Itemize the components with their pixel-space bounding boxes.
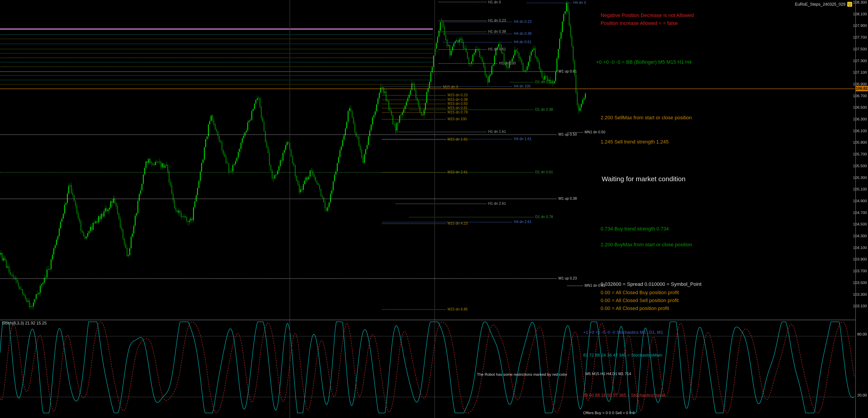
level-line	[438, 63, 497, 64]
level-line	[438, 2, 487, 2]
level-label: M15 dn 0.50	[447, 101, 468, 106]
level-label: M15 dn 1.61	[447, 137, 468, 142]
price-axis-label: 105.100	[853, 187, 867, 192]
level-line	[567, 132, 583, 133]
level-line	[0, 80, 433, 80]
level-label: M15 dn 4.23	[447, 221, 468, 226]
level-label: W1 up 0.61	[558, 69, 577, 74]
price-axis-label: 105.500	[853, 164, 867, 168]
sellmax-status: 2.200 SellMax from start or close positi…	[600, 115, 692, 121]
candlestick-chart-canvas[interactable]	[0, 0, 868, 418]
expert-advisor-header: EuRoE_Steps_240325_029 ☺	[795, 2, 852, 7]
stochastic-indicator-label: Stoch(8,3,3) 21.92 15.25	[2, 321, 46, 326]
stochastics-main-values: 83 72 88 24 36 47 349 = StochasticsMain	[583, 353, 662, 358]
level-line	[0, 134, 557, 135]
price-axis-label: 103.900	[853, 257, 867, 262]
level-line	[382, 172, 446, 172]
level-line	[0, 62, 433, 62]
level-line	[0, 89, 855, 89]
level-line	[396, 132, 487, 132]
level-label: H1 dn 1.61	[488, 129, 506, 134]
level-label: H4 dn 0.61	[514, 40, 531, 44]
level-line	[443, 34, 512, 34]
level-line	[382, 112, 446, 113]
level-line	[382, 119, 446, 120]
price-axis-label: 108.100	[853, 12, 867, 17]
bollinger-status: +0 +0 -0 -0 = BB (Bollinger) M5 M15 H1 H…	[596, 59, 691, 65]
indicator-panel-divider[interactable]	[0, 320, 868, 320]
period-separator	[434, 0, 435, 418]
buy-strength-status: 0.734 Buy trend strength 0.734	[600, 226, 669, 232]
price-axis-label: 106.300	[853, 117, 867, 122]
closed-buy-profit: 0.00 = All Closed Buy position profit	[600, 290, 679, 295]
level-line	[443, 22, 512, 22]
sell-strength-status: 1.245 Sell trend strength 1.245	[600, 139, 669, 145]
level-label: H1 dn 0.23	[488, 18, 506, 23]
level-label: H1 dn 0	[488, 0, 501, 4]
level-label: H1 dn 2.61	[488, 201, 506, 206]
level-line	[438, 49, 487, 50]
level-label: M15 dn 100	[447, 117, 467, 121]
price-axis-label: 107.300	[853, 59, 867, 63]
stochastics-summary: +1 +0 +1 -0 -0 -0 Stochastics M5...D1, M…	[583, 330, 663, 335]
price-axis-label: 104.100	[853, 246, 867, 250]
price-axis-label: 103.300	[853, 292, 867, 297]
level-line	[0, 43, 433, 44]
level-line	[567, 286, 583, 286]
stoch-lower-level-label: 20.00	[857, 393, 867, 398]
price-axis-label: 104.900	[853, 199, 867, 203]
level-label: H4 dn 2.61	[514, 220, 531, 224]
level-line	[443, 42, 512, 42]
price-axis[interactable]: 80.00 20.00 108.300108.100107.900107.700…	[855, 0, 868, 418]
level-line	[527, 3, 571, 3]
price-axis-label: 103.100	[853, 304, 867, 309]
level-label: H4 dn 0.38	[514, 31, 531, 36]
level-label: W1 up 0.23	[558, 276, 577, 281]
level-label: M15 dn 0.78	[447, 110, 468, 115]
price-axis-label: 107.700	[853, 35, 867, 40]
price-axis-label: 105.900	[853, 140, 867, 145]
level-label: D1 dn 0.61	[535, 170, 553, 174]
price-axis-label: 106.700	[853, 94, 867, 98]
level-label: W1 up 0.50	[558, 132, 577, 137]
ea-smiley-icon[interactable]: ☺	[847, 2, 852, 7]
level-line	[0, 397, 855, 397]
price-axis-label: 105.300	[853, 175, 867, 180]
price-axis-label: 107.100	[853, 70, 867, 75]
level-line	[382, 309, 446, 310]
level-line	[0, 66, 433, 67]
level-line	[382, 108, 446, 108]
level-label: M15 dn 0.23	[447, 93, 468, 97]
price-axis-label: 107.500	[853, 47, 867, 52]
stoch-upper-level-label: 80.00	[857, 332, 867, 337]
level-line	[0, 53, 433, 54]
price-axis-label: 103.700	[853, 269, 867, 274]
level-line	[382, 223, 446, 224]
level-label: H4 dn 0	[573, 0, 586, 5]
level-line	[0, 39, 433, 39]
level-line	[382, 100, 446, 100]
level-label: M15 dn 2.61	[447, 170, 468, 174]
price-axis-label: 106.100	[853, 129, 867, 133]
level-label: H4 dn 1.61	[514, 137, 531, 141]
price-axis-label: 106.500	[853, 105, 867, 110]
level-label: D1 dn 0.38	[535, 107, 553, 112]
warning-position-increase: Position Increase Allowed = = false	[600, 20, 678, 26]
level-label: MN1 dn 0.50	[585, 130, 605, 134]
level-line	[0, 58, 433, 58]
level-label: H1 dn 0.38	[488, 29, 506, 34]
level-label: H1 dn 0.61	[488, 47, 506, 52]
level-line	[0, 34, 433, 35]
level-line	[0, 336, 855, 336]
level-line	[438, 32, 487, 32]
level-line	[0, 199, 557, 199]
warning-negative-decrease: Negative Position Decrease is not Allowe…	[600, 12, 694, 18]
level-line	[438, 21, 487, 21]
period-separator	[289, 0, 290, 418]
price-axis-label: 104.300	[853, 234, 867, 238]
spread-info: 0.032600 = Spread 0.010000 = Symbol_Poin…	[600, 281, 702, 287]
closed-sell-profit: 0.00 = All Closed Sell position profit	[600, 297, 679, 303]
stochastics-timeframes: M5 M15 H1 H4 D1 M1 714	[585, 372, 631, 376]
level-line	[510, 82, 533, 83]
current-price-box: 106.823	[856, 86, 868, 91]
